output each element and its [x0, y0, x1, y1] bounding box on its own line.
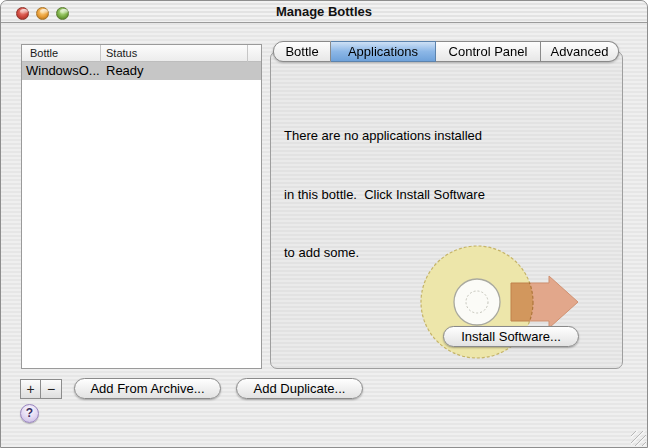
add-remove-bottle-group: + − [20, 379, 62, 399]
add-bottle-button[interactable]: + [20, 379, 41, 399]
message-line: There are no applications installed [284, 126, 485, 146]
help-button[interactable]: ? [20, 404, 39, 423]
column-header-status[interactable]: Status [106, 47, 137, 59]
column-header-bottle[interactable]: Bottle [30, 47, 58, 59]
window-title: Manage Bottles [1, 4, 647, 19]
message-line: in this bottle. Click Install Software [284, 185, 485, 205]
tab-applications[interactable]: Applications [331, 41, 436, 62]
manage-bottles-window: Manage Bottles Bottle Status WindowsO...… [0, 0, 648, 448]
bottle-list-header: Bottle Status [22, 45, 261, 62]
tab-control-panel[interactable]: Control Panel [436, 41, 541, 62]
empty-applications-message: There are no applications installed in t… [284, 87, 485, 302]
column-divider[interactable] [247, 45, 248, 62]
tab-bottle[interactable]: Bottle [273, 41, 331, 62]
tab-bar: Bottle Applications Control Panel Advanc… [273, 41, 619, 62]
bottle-list[interactable]: Bottle Status WindowsO... Ready [21, 44, 262, 369]
resize-grip[interactable] [631, 431, 646, 446]
add-duplicate-button[interactable]: Add Duplicate... [236, 378, 363, 399]
column-divider[interactable] [100, 45, 101, 62]
tab-advanced[interactable]: Advanced [541, 41, 619, 62]
remove-bottle-button[interactable]: − [41, 379, 62, 399]
install-software-button[interactable]: Install Software... [443, 326, 579, 347]
add-from-archive-button[interactable]: Add From Archive... [74, 378, 221, 399]
bottle-name-cell: WindowsO... [26, 63, 100, 78]
title-bar[interactable]: Manage Bottles [1, 1, 647, 23]
table-row[interactable]: WindowsO... Ready [22, 62, 261, 80]
bottle-status-cell: Ready [106, 63, 144, 78]
arrow-icon [511, 276, 578, 328]
message-line: to add some. [284, 243, 485, 263]
